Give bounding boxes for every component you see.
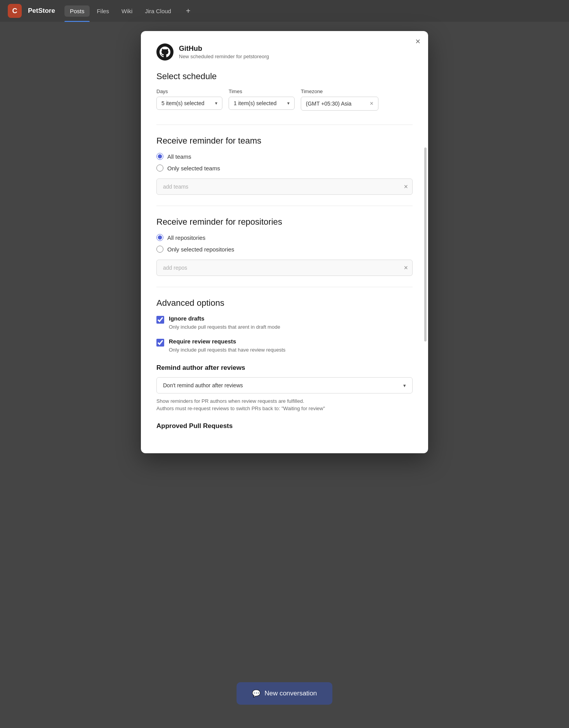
divider-2	[156, 206, 413, 206]
remind-author-section: Remind author after reviews Don't remind…	[156, 364, 413, 411]
teams-input-field: ×	[156, 179, 413, 195]
github-subtitle: New scheduled reminder for petstoreorg	[179, 54, 269, 59]
require-review-label: Require review requests	[169, 338, 286, 345]
app-icon: C	[8, 4, 22, 18]
timezone-label: Timezone	[301, 88, 378, 94]
ignore-drafts-label: Ignore drafts	[169, 315, 280, 322]
require-review-desc: Only include pull requests that have rev…	[169, 347, 286, 353]
remind-notes: Show reminders for PR authors when revie…	[156, 398, 413, 411]
remind-author-chevron-icon: ▾	[403, 383, 406, 388]
times-field-group: Times 1 item(s) selected ▾	[229, 88, 295, 111]
all-teams-label: All teams	[167, 153, 191, 160]
bottom-area: 💬 New conversation	[236, 682, 332, 705]
modal-close-button[interactable]: ×	[415, 37, 420, 46]
ignore-drafts-desc: Only include pull requests that arent in…	[169, 324, 280, 330]
all-repos-radio[interactable]	[156, 234, 163, 241]
remind-author-dropdown[interactable]: Don't remind author after reviews ▾	[156, 377, 413, 393]
ignore-drafts-checkbox[interactable]	[156, 316, 164, 324]
divider-3	[156, 287, 413, 287]
app-name: PetStore	[28, 7, 55, 15]
tab-posts[interactable]: Posts	[64, 5, 90, 17]
schedule-section-title: Select schedule	[156, 71, 413, 81]
teams-input[interactable]	[156, 179, 413, 195]
new-conversation-icon: 💬	[252, 689, 260, 698]
topbar: C PetStore Posts Files Wiki Jira Cloud +	[0, 0, 569, 22]
selected-teams-option[interactable]: Only selected teams	[156, 165, 413, 172]
github-title: GitHub	[179, 45, 269, 53]
repos-section-title: Receive reminder for repositories	[156, 217, 413, 227]
scrollbar[interactable]	[424, 147, 427, 341]
tab-wiki[interactable]: Wiki	[116, 5, 138, 17]
teams-radio-group: All teams Only selected teams	[156, 153, 413, 172]
times-chevron-icon: ▾	[287, 101, 290, 106]
remind-author-title: Remind author after reviews	[156, 364, 413, 372]
github-info: GitHub New scheduled reminder for petsto…	[179, 45, 269, 59]
times-dropdown[interactable]: 1 item(s) selected ▾	[229, 97, 295, 110]
nav-tabs: Posts Files Wiki Jira Cloud	[64, 5, 177, 17]
repos-radio-group: All repositories Only selected repositor…	[156, 234, 413, 253]
github-logo-icon	[156, 43, 173, 61]
approved-pr-title: Approved Pull Requests	[156, 422, 413, 430]
timezone-dropdown[interactable]: (GMT +05:30) Asia ×	[301, 97, 378, 111]
timezone-field-group: Timezone (GMT +05:30) Asia ×	[301, 88, 378, 111]
selected-repos-label: Only selected repositories	[167, 246, 234, 253]
advanced-section-title: Advanced options	[156, 298, 413, 308]
days-dropdown[interactable]: 5 item(s) selected ▾	[156, 97, 222, 110]
tab-files[interactable]: Files	[91, 5, 114, 17]
modal-content: GitHub New scheduled reminder for petsto…	[141, 31, 428, 453]
advanced-checkboxes: Ignore drafts Only include pull requests…	[156, 315, 413, 353]
divider-1	[156, 125, 413, 125]
all-teams-option[interactable]: All teams	[156, 153, 413, 160]
require-review-item: Require review requests Only include pul…	[156, 338, 413, 353]
github-header: GitHub New scheduled reminder for petsto…	[156, 43, 413, 61]
timezone-clear-icon[interactable]: ×	[370, 100, 373, 107]
repos-clear-button[interactable]: ×	[404, 264, 408, 272]
selected-repos-option[interactable]: Only selected repositories	[156, 246, 413, 253]
days-field-group: Days 5 item(s) selected ▾	[156, 88, 222, 111]
new-conversation-label: New conversation	[264, 690, 317, 697]
days-label: Days	[156, 88, 222, 94]
times-label: Times	[229, 88, 295, 94]
remind-note-2: Authors must re-request reviews to switc…	[156, 406, 413, 411]
remind-note-1: Show reminders for PR authors when revie…	[156, 398, 413, 404]
selected-teams-radio[interactable]	[156, 165, 163, 172]
days-chevron-icon: ▾	[215, 101, 217, 106]
repos-input[interactable]	[156, 260, 413, 276]
all-repos-label: All repositories	[167, 234, 205, 241]
github-modal: × GitHub New scheduled reminder for pets…	[141, 31, 428, 453]
schedule-row: Days 5 item(s) selected ▾ Times 1 item(s…	[156, 88, 413, 111]
new-conversation-button[interactable]: 💬 New conversation	[236, 682, 332, 705]
repos-input-field: ×	[156, 260, 413, 276]
svg-point-0	[156, 43, 173, 61]
add-tab-button[interactable]: +	[183, 5, 194, 17]
teams-section-title: Receive reminder for teams	[156, 136, 413, 146]
ignore-drafts-item: Ignore drafts Only include pull requests…	[156, 315, 413, 330]
all-repos-option[interactable]: All repositories	[156, 234, 413, 241]
selected-repos-radio[interactable]	[156, 246, 163, 253]
require-review-checkbox[interactable]	[156, 339, 164, 347]
tab-jira[interactable]: Jira Cloud	[139, 5, 177, 17]
selected-teams-label: Only selected teams	[167, 165, 220, 172]
teams-clear-button[interactable]: ×	[404, 183, 408, 191]
all-teams-radio[interactable]	[156, 153, 163, 160]
